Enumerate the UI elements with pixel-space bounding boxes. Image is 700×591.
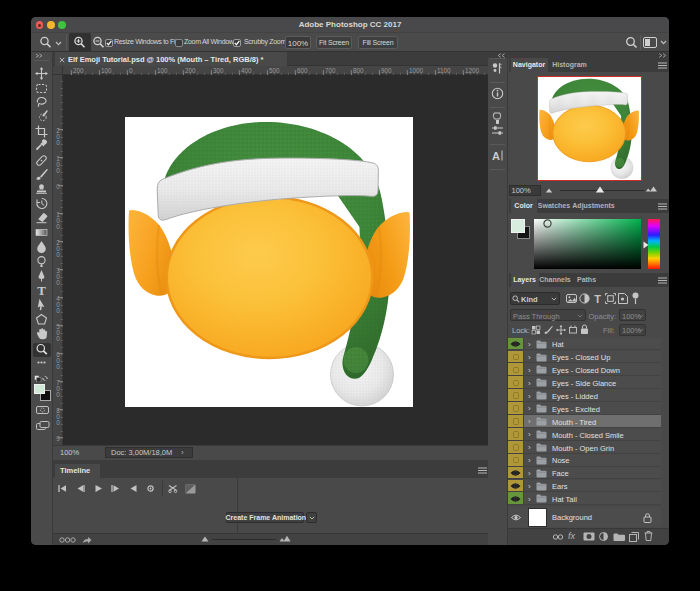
svg-text:A: A	[492, 150, 500, 162]
svg-text:T: T	[594, 293, 601, 304]
svg-text:100: 100	[156, 67, 167, 74]
svg-text:0: 0	[56, 419, 60, 426]
svg-text:0: 0	[56, 223, 60, 230]
svg-text:500: 500	[268, 67, 279, 74]
svg-text:200: 200	[72, 67, 83, 74]
svg-text:400: 400	[240, 67, 251, 74]
svg-text:T: T	[37, 284, 46, 297]
svg-text:0: 0	[56, 335, 60, 342]
svg-text:0: 0	[56, 307, 60, 314]
svg-text:0: 0	[56, 251, 60, 258]
svg-text:1200: 1200	[464, 67, 479, 74]
svg-text:1100: 1100	[436, 67, 450, 74]
svg-text:0: 0	[56, 279, 60, 286]
svg-text:0: 0	[56, 183, 60, 190]
svg-text:0: 0	[128, 67, 132, 74]
svg-text:0: 0	[56, 139, 60, 146]
svg-text:300: 300	[212, 67, 223, 74]
svg-text:0: 0	[56, 167, 60, 174]
svg-text:900: 900	[380, 67, 391, 74]
svg-text:800: 800	[352, 67, 363, 74]
svg-text:0: 0	[56, 391, 60, 398]
svg-text:1000: 1000	[408, 67, 423, 74]
svg-text:600: 600	[296, 67, 307, 74]
svg-text:9: 9	[56, 435, 60, 442]
svg-text:0: 0	[56, 363, 60, 370]
svg-text:700: 700	[324, 67, 335, 74]
svg-text:100: 100	[100, 67, 111, 74]
svg-text:200: 200	[184, 67, 195, 74]
